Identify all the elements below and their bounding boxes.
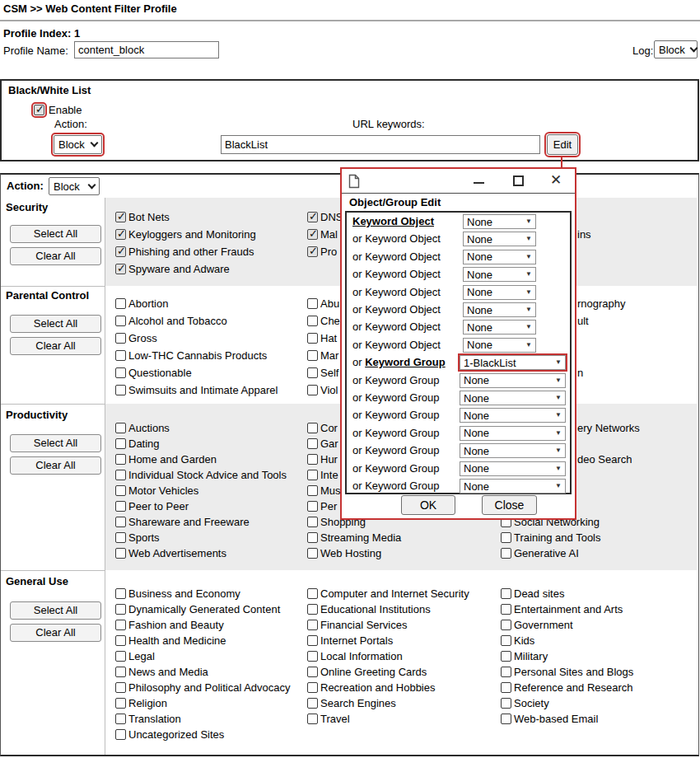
edit-button[interactable]: Edit — [547, 134, 578, 155]
category-checkbox[interactable] — [115, 588, 126, 599]
category-checkbox[interactable] — [115, 682, 126, 693]
category-checkbox[interactable] — [115, 385, 126, 395]
category-checkbox[interactable] — [115, 264, 126, 274]
category-checkbox[interactable] — [307, 682, 318, 693]
category-checkbox[interactable] — [307, 438, 318, 449]
category-checkbox[interactable] — [115, 714, 126, 724]
category-checkbox[interactable] — [501, 714, 511, 724]
keyword-select[interactable]: None▼ — [463, 267, 536, 282]
category-checkbox[interactable] — [307, 667, 318, 677]
category-checkbox[interactable] — [307, 517, 318, 527]
category-checkbox[interactable] — [307, 316, 318, 326]
log-select[interactable]: Block — [654, 40, 698, 58]
category-checkbox[interactable] — [307, 635, 318, 646]
select-all-button[interactable]: Select All — [10, 601, 101, 620]
enable-checkbox[interactable] — [34, 105, 44, 115]
keyword-select[interactable]: None▼ — [463, 250, 536, 264]
clear-all-button[interactable]: Clear All — [10, 337, 101, 355]
keyword-select[interactable]: None▼ — [463, 214, 536, 229]
close-dialog-button[interactable]: Close — [482, 495, 537, 515]
category-checkbox[interactable] — [115, 548, 126, 559]
keyword-select[interactable]: None▼ — [460, 373, 566, 388]
category-checkbox[interactable] — [307, 714, 318, 724]
category-checkbox[interactable] — [115, 604, 126, 615]
category-checkbox[interactable] — [115, 501, 126, 512]
category-checkbox[interactable] — [501, 588, 511, 599]
category-checkbox[interactable] — [307, 651, 318, 662]
clear-all-button[interactable]: Clear All — [10, 456, 101, 475]
keyword-select[interactable]: None▼ — [460, 426, 566, 441]
maximize-button[interactable] — [513, 175, 524, 186]
category-checkbox[interactable] — [307, 229, 318, 240]
category-checkbox[interactable] — [307, 367, 318, 378]
category-checkbox[interactable] — [307, 298, 318, 309]
select-all-button[interactable]: Select All — [10, 315, 101, 333]
category-checkbox[interactable] — [307, 620, 318, 630]
category-checkbox[interactable] — [307, 246, 318, 257]
keyword-select[interactable]: None▼ — [460, 461, 566, 476]
category-checkbox[interactable] — [501, 604, 511, 615]
minimize-button[interactable] — [474, 182, 484, 184]
category-checkbox[interactable] — [115, 298, 126, 309]
category-checkbox[interactable] — [115, 423, 126, 433]
clear-all-button[interactable]: Clear All — [10, 247, 101, 265]
category-checkbox[interactable] — [115, 667, 126, 677]
category-checkbox[interactable] — [307, 333, 318, 344]
category-checkbox[interactable] — [501, 548, 511, 559]
category-checkbox[interactable] — [307, 485, 318, 496]
category-checkbox[interactable] — [115, 470, 126, 480]
bw-action-select[interactable]: Block — [54, 135, 102, 154]
category-checkbox[interactable] — [115, 333, 126, 344]
category-checkbox[interactable] — [115, 620, 126, 630]
category-checkbox[interactable] — [307, 423, 318, 433]
keyword-select[interactable]: None▼ — [463, 302, 536, 317]
category-checkbox[interactable] — [115, 229, 126, 240]
category-checkbox[interactable] — [307, 470, 318, 480]
category-checkbox[interactable] — [307, 588, 318, 599]
keyword-select[interactable]: None▼ — [460, 479, 566, 494]
keyword-select[interactable]: 1-BlackList▼ — [460, 355, 566, 370]
profile-name-input[interactable] — [74, 41, 219, 58]
category-checkbox[interactable] — [307, 501, 318, 512]
category-checkbox[interactable] — [115, 651, 126, 662]
category-checkbox[interactable] — [115, 367, 126, 378]
keyword-select[interactable]: None▼ — [463, 232, 536, 246]
category-checkbox[interactable] — [115, 698, 126, 709]
category-checkbox[interactable] — [115, 729, 126, 740]
category-checkbox[interactable] — [307, 548, 318, 559]
category-checkbox[interactable] — [307, 532, 318, 543]
category-checkbox[interactable] — [307, 212, 318, 222]
keyword-select[interactable]: None▼ — [460, 408, 566, 423]
category-checkbox[interactable] — [501, 620, 511, 630]
keyword-select[interactable]: None▼ — [463, 320, 536, 335]
category-checkbox[interactable] — [307, 385, 318, 395]
category-checkbox[interactable] — [115, 517, 126, 527]
category-checkbox[interactable] — [307, 454, 318, 465]
category-checkbox[interactable] — [307, 698, 318, 709]
category-checkbox[interactable] — [115, 485, 126, 496]
category-checkbox[interactable] — [115, 635, 126, 646]
ok-button[interactable]: OK — [401, 495, 455, 515]
select-all-button[interactable]: Select All — [10, 434, 101, 452]
category-checkbox[interactable] — [501, 682, 511, 693]
category-checkbox[interactable] — [115, 438, 126, 449]
url-keywords-input[interactable] — [221, 135, 540, 154]
keyword-select[interactable]: None▼ — [463, 285, 536, 300]
category-checkbox[interactable] — [115, 454, 126, 465]
category-checkbox[interactable] — [307, 350, 318, 361]
close-icon[interactable]: ✕ — [550, 171, 562, 190]
category-checkbox[interactable] — [501, 698, 511, 709]
category-checkbox[interactable] — [501, 635, 511, 646]
category-checkbox[interactable] — [115, 212, 126, 222]
clear-all-button[interactable]: Clear All — [10, 624, 101, 642]
category-checkbox[interactable] — [501, 532, 511, 543]
keyword-select[interactable]: None▼ — [463, 338, 536, 353]
category-checkbox[interactable] — [115, 350, 126, 361]
select-all-button[interactable]: Select All — [10, 225, 101, 243]
category-checkbox[interactable] — [501, 651, 511, 662]
category-checkbox[interactable] — [115, 316, 126, 326]
category-checkbox[interactable] — [115, 532, 126, 543]
category-checkbox[interactable] — [115, 246, 126, 257]
keyword-select[interactable]: None▼ — [460, 391, 566, 405]
action-select[interactable]: Block — [49, 177, 100, 195]
